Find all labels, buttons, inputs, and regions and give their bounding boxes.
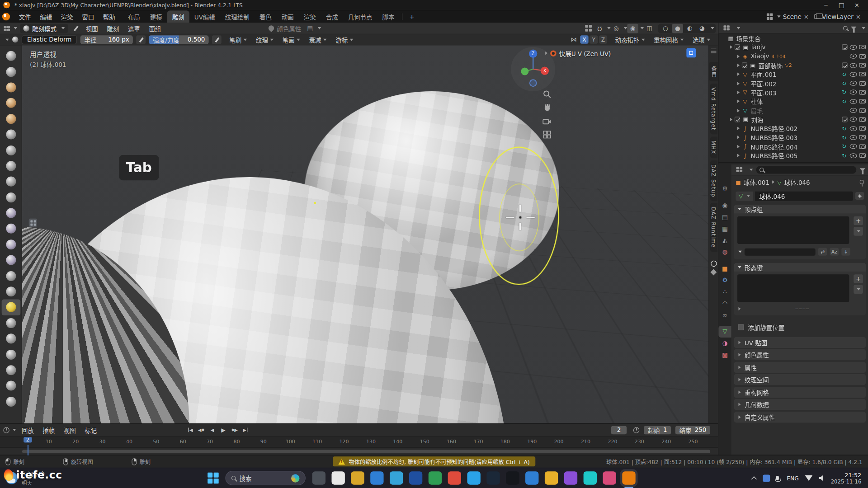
outliner-row[interactable]: NURBS路径.005 ↻: [718, 151, 868, 160]
shading-wireframe-icon[interactable]: ○: [660, 23, 671, 33]
sculpt-tool-button[interactable]: [1, 48, 20, 64]
collection-checkbox[interactable]: [735, 117, 740, 122]
workspace-tab[interactable]: 纹理绘制: [220, 10, 255, 23]
collection-checkbox[interactable]: [742, 62, 747, 68]
expand-arrow-icon[interactable]: [730, 46, 732, 49]
properties-section-header[interactable]: 重构网格: [734, 386, 866, 397]
breadcrumb-object[interactable]: 球体.001: [744, 178, 769, 187]
vertex-groups-header[interactable]: 顶点组: [734, 205, 866, 214]
taskbar-app-icon[interactable]: [312, 471, 325, 484]
outliner-row[interactable]: 场景集合 ↻: [718, 34, 868, 43]
exclude-checkbox[interactable]: [842, 62, 847, 68]
strength-slider[interactable]: 强度/力度 0.500: [149, 35, 209, 44]
taskbar-app-icon[interactable]: [583, 471, 596, 484]
outliner-row[interactable]: 面部装饰 ▽2 ↻: [718, 61, 868, 70]
taskbar-app-icon[interactable]: [389, 471, 402, 484]
fake-user-icon[interactable]: ◈: [855, 192, 864, 200]
scene-selector[interactable]: Scene: [764, 12, 811, 22]
properties-section-header[interactable]: 纹理空间: [734, 374, 866, 385]
properties-section-header[interactable]: 颜色属性: [734, 349, 866, 360]
view-layer-selector[interactable]: ViewLayer: [811, 12, 863, 22]
expand-arrow-icon[interactable]: [737, 82, 740, 85]
properties-section-header[interactable]: 几何数据: [734, 399, 866, 410]
disable-render-camera-icon[interactable]: [859, 117, 866, 122]
add-workspace-button[interactable]: +: [405, 10, 420, 23]
taskbar-app-icon[interactable]: [603, 471, 616, 484]
properties-tab[interactable]: [718, 235, 731, 246]
workspace-tab[interactable]: 雕刻: [167, 10, 189, 23]
expand-arrow-icon[interactable]: [737, 64, 740, 67]
properties-section-header[interactable]: 自定义属性: [734, 411, 866, 422]
sculpt-tool-button[interactable]: [1, 174, 20, 190]
expand-arrow-icon[interactable]: [737, 91, 740, 94]
minimize-button[interactable]: [818, 0, 834, 10]
sculpt-tool-button[interactable]: [1, 252, 20, 268]
sidebar-tab[interactable]: DAZ Setup: [710, 160, 717, 201]
strength-pressure-icon[interactable]: [212, 35, 222, 44]
disable-render-camera-icon[interactable]: [859, 108, 866, 113]
mirror-axis-button[interactable]: X: [580, 35, 588, 43]
disable-render-camera-icon[interactable]: [859, 90, 866, 94]
hide-viewport-eye-icon[interactable]: [850, 81, 857, 86]
sculpt-tool-button[interactable]: [1, 127, 20, 142]
filter-expand-icon[interactable]: [738, 251, 741, 253]
expand-arrow-icon[interactable]: [737, 109, 740, 112]
sculpt-tool-button[interactable]: [1, 347, 20, 362]
expand-arrow-icon[interactable]: [737, 145, 740, 148]
taskbar-app-icon[interactable]: [622, 471, 635, 484]
sidebar-tab[interactable]: 条目: [709, 62, 718, 81]
properties-section-header[interactable]: 属性: [734, 361, 866, 372]
sculpt-tool-button[interactable]: [1, 95, 20, 111]
breadcrumb-data[interactable]: 球体.046: [784, 178, 810, 187]
expand-arrow-icon[interactable]: [737, 136, 740, 139]
editor-type-icon[interactable]: [4, 26, 10, 31]
properties-tab[interactable]: [718, 223, 731, 235]
disable-render-camera-icon[interactable]: [859, 72, 866, 77]
camera-view-icon[interactable]: [542, 116, 552, 127]
jump-to-end-button[interactable]: [241, 426, 250, 434]
outliner-row[interactable]: 刘海 ↻: [718, 115, 868, 124]
sidebar-tab[interactable]: Vmd Retarget: [710, 84, 717, 134]
overlays-icon[interactable]: ◉: [627, 23, 638, 33]
datablock-name-field[interactable]: 球体.046: [755, 191, 853, 201]
hide-viewport-eye-icon[interactable]: [850, 135, 857, 140]
drag-grip-icon[interactable]: ┄┄┄┄: [795, 306, 809, 311]
vertex-groups-list[interactable]: [737, 216, 849, 244]
taskbar-search-input[interactable]: 搜索: [225, 471, 306, 485]
properties-tab[interactable]: [718, 246, 731, 258]
workspace-tab[interactable]: 脚本: [377, 10, 400, 23]
expand-arrow-icon[interactable]: [737, 100, 740, 103]
properties-tab[interactable]: [718, 286, 731, 298]
outliner-row[interactable]: 平面.003 ↻: [718, 88, 868, 97]
properties-section-header[interactable]: UV 贴图: [734, 337, 866, 347]
active-tool-name[interactable]: Elastic Deform: [22, 35, 77, 44]
workspace-tab[interactable]: 建模: [145, 10, 167, 23]
workspace-tab[interactable]: 合成: [321, 10, 343, 23]
footer-expand-icon[interactable]: [738, 307, 741, 310]
add-vertex-group-button[interactable]: [854, 216, 863, 225]
taskbar-app-icon[interactable]: [448, 471, 461, 484]
annotate-pencil-icon[interactable]: [74, 25, 79, 31]
mesh-datablock-browse[interactable]: ▽: [736, 191, 753, 201]
properties-tab[interactable]: [718, 183, 731, 195]
attribute-toggle-icon[interactable]: ▤: [304, 23, 315, 33]
taskbar-app-icon[interactable]: [486, 471, 500, 484]
menu-item[interactable]: 渲染: [57, 10, 78, 23]
sort-reverse-icon[interactable]: ↓: [841, 248, 850, 256]
list-filter-input[interactable]: [745, 248, 816, 255]
sculpt-tool-button[interactable]: [1, 111, 20, 127]
disable-render-camera-icon[interactable]: [859, 153, 866, 158]
timeline-menu-item[interactable]: 插帧: [38, 424, 59, 436]
menu-item[interactable]: 编辑: [35, 10, 57, 23]
disable-render-camera-icon[interactable]: [859, 144, 866, 149]
sculpt-option-menu[interactable]: 选项: [688, 33, 715, 46]
brush-setting-menu[interactable]: 衰减: [305, 33, 331, 46]
disable-render-camera-icon[interactable]: [859, 126, 866, 131]
play-reverse-button[interactable]: [208, 426, 217, 434]
wifi-icon[interactable]: [805, 475, 812, 481]
mirror-axis-button[interactable]: Z: [599, 35, 607, 43]
workspace-tab[interactable]: 着色: [255, 10, 277, 23]
show-gizmo-icon[interactable]: [583, 23, 594, 33]
viewport-menu-item[interactable]: 雕刻: [103, 22, 124, 34]
properties-tab[interactable]: [718, 349, 731, 361]
